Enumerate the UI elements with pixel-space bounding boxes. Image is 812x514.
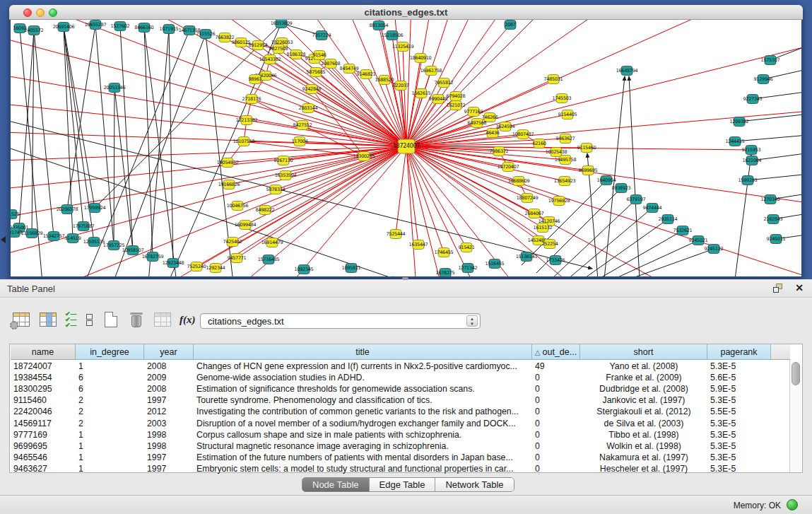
table-row[interactable]: 1872400712008Changes of HCN gene express… — [10, 361, 782, 372]
cell-title[interactable]: Embryonic stem cells: a model to study s… — [194, 463, 532, 474]
cell-short[interactable]: Wolkin et al. (1998) — [580, 440, 707, 452]
cell-title[interactable]: Estimation of significance thresholds fo… — [194, 383, 532, 395]
network-node[interactable]: 1270340 — [761, 195, 780, 204]
network-edge[interactable] — [19, 30, 34, 228]
table-chooser-dropdown[interactable]: citations_edges.txt ▲▼ — [200, 313, 481, 329]
column-header-in_degree[interactable]: in_degree — [76, 344, 144, 360]
network-node[interactable]: 17959924 — [84, 204, 106, 213]
network-node[interactable]: 1588520 — [375, 76, 394, 85]
table-row[interactable]: 911546021997Tourette syndrome. Phenomeno… — [10, 395, 782, 406]
network-node[interactable]: 1095811 — [342, 264, 361, 273]
cell-out_degree[interactable]: 0 — [532, 395, 580, 406]
network-node[interactable]: 1244415 — [726, 137, 745, 146]
network-edge[interactable] — [148, 29, 169, 276]
network-node[interactable]: 9699695 — [579, 166, 598, 175]
network-edge[interactable] — [406, 146, 801, 276]
minimize-button[interactable] — [36, 8, 45, 17]
network-node[interactable]: 9154405 — [558, 110, 577, 119]
column-header-short[interactable]: short — [580, 344, 707, 360]
cell-in_degree[interactable]: 2 — [76, 395, 144, 406]
tab-network-table[interactable]: Network Table — [435, 478, 513, 491]
network-edge[interactable] — [406, 20, 778, 146]
cell-out_degree[interactable]: 0 — [532, 463, 580, 474]
network-node[interactable]: 16782759 — [142, 252, 164, 262]
network-node[interactable]: 15342757 — [43, 232, 65, 241]
cell-short[interactable]: Stergiakouli et al. (2012) — [580, 406, 707, 417]
network-node[interactable]: 1621064 — [743, 156, 762, 165]
network-edge[interactable] — [120, 26, 133, 250]
network-node[interactable]: 10107558 — [233, 137, 255, 146]
network-node[interactable]: 1292344 — [206, 264, 225, 273]
network-node[interactable]: 16961758 — [420, 66, 442, 76]
cell-out_degree[interactable]: 49 — [532, 361, 580, 372]
cell-out_degree[interactable]: 0 — [532, 440, 580, 452]
network-node[interactable]: 7525444 — [387, 230, 406, 239]
network-node[interactable]: 8813054 — [370, 21, 389, 30]
cell-title[interactable]: Structural magnetic resonance image aver… — [194, 440, 532, 452]
network-node[interactable]: 20053346 — [104, 83, 126, 93]
cell-year[interactable]: 1997 — [144, 452, 194, 463]
panel-collapse-arrow[interactable] — [1, 236, 6, 243]
table-row[interactable]: 1456911722003Disruption of a novel membe… — [10, 418, 782, 429]
tab-edge-table[interactable]: Edge Table — [370, 478, 436, 491]
cell-in_degree[interactable]: 6 — [76, 383, 144, 395]
network-edge[interactable] — [95, 23, 281, 208]
network-node[interactable]: 15716485 — [258, 255, 280, 264]
create-column-icon[interactable] — [105, 309, 117, 330]
cell-year[interactable]: 2008 — [144, 361, 194, 372]
network-node[interactable]: 7357224 — [312, 31, 331, 40]
cell-name[interactable]: 9777169 — [11, 429, 76, 440]
column-header-pagerank[interactable]: pagerank — [707, 344, 771, 360]
network-node[interactable]: 822037 — [392, 81, 408, 90]
cell-name[interactable]: 9463627 — [11, 463, 76, 474]
network-edge[interactable] — [735, 134, 801, 141]
network-node[interactable]: 7525240 — [187, 262, 206, 271]
cell-name[interactable]: 18724007 — [11, 361, 76, 372]
network-node[interactable]: 1599293 — [739, 176, 758, 185]
close-button[interactable] — [23, 8, 32, 17]
network-node[interactable]: 2162843 — [764, 215, 783, 224]
cell-name[interactable]: 9115460 — [11, 395, 76, 406]
network-node[interactable]: 1745503 — [553, 94, 572, 103]
network-node[interactable]: 1621072 — [447, 101, 466, 110]
network-node[interactable]: 19495758 — [555, 156, 577, 165]
cell-title[interactable]: Tourette syndrome. Phenomenology and cla… — [194, 395, 532, 406]
network-edge[interactable] — [114, 88, 114, 245]
network-node[interactable]: 15136141 — [516, 252, 538, 262]
network-node[interactable]: 16914479 — [261, 238, 283, 247]
row-height-icon[interactable] — [86, 309, 93, 330]
network-node[interactable]: 9860125 — [232, 38, 251, 47]
network-node[interactable]: 20691406 — [53, 23, 75, 32]
cell-year[interactable]: 1997 — [144, 395, 194, 406]
cell-title[interactable]: Estimation of the future numbers of pati… — [194, 452, 532, 463]
network-node[interactable]: 9457771 — [228, 254, 247, 263]
cell-out_degree[interactable]: 0 — [532, 406, 580, 417]
cell-name[interactable]: 22420046 — [11, 406, 76, 417]
network-edge[interactable] — [67, 25, 95, 209]
network-node[interactable]: 1071915 — [160, 25, 179, 34]
network-node[interactable]: 9227343 — [743, 95, 763, 104]
cell-out_degree[interactable]: 0 — [532, 383, 580, 395]
network-node[interactable]: 19756928 — [548, 197, 570, 206]
cell-pagerank[interactable]: 5.5E-5 — [707, 406, 771, 417]
network-edge[interactable] — [406, 20, 801, 146]
network-node[interactable]: 9990448 — [429, 95, 448, 104]
network-edge[interactable] — [406, 20, 801, 146]
network-edge[interactable] — [11, 117, 406, 146]
cell-short[interactable]: Yano et al. (2008) — [580, 361, 707, 372]
network-edge[interactable] — [406, 20, 801, 146]
network-node[interactable]: 8466160 — [135, 23, 154, 33]
cell-out_degree[interactable]: 0 — [532, 372, 580, 383]
network-edge[interactable] — [233, 146, 406, 242]
network-node[interactable]: 117004 — [291, 137, 307, 146]
network-node[interactable]: 2087 — [505, 21, 516, 30]
network-node[interactable]: 1635447 — [409, 240, 428, 250]
network-node[interactable]: 13654923 — [554, 177, 576, 186]
network-node[interactable]: 98961 — [248, 75, 261, 84]
network-node[interactable]: 915421 — [458, 243, 474, 252]
cell-year[interactable]: 2012 — [144, 406, 194, 417]
network-node[interactable]: 2935114 — [659, 215, 678, 224]
network-node[interactable]: 8498222 — [256, 206, 275, 215]
column-header-year[interactable]: year — [144, 344, 194, 360]
network-node[interactable]: 5878334 — [266, 185, 286, 194]
